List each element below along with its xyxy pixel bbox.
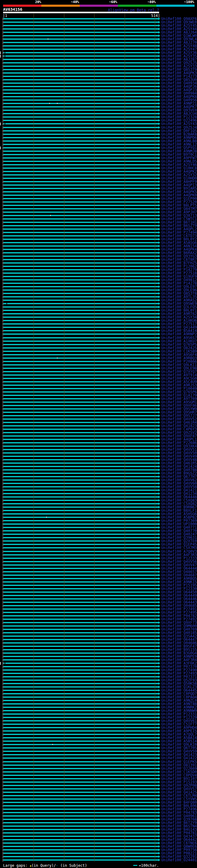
hit-bar[interactable] — [3, 395, 158, 396]
hit-bar[interactable] — [3, 249, 158, 250]
hit-bar[interactable] — [3, 215, 158, 216]
hit-bar[interactable] — [3, 123, 158, 124]
hit-bar[interactable] — [3, 649, 158, 650]
hit-bar[interactable] — [3, 293, 158, 294]
hit-bar[interactable] — [3, 116, 158, 118]
hit-bar[interactable] — [3, 188, 158, 189]
hit-bar[interactable] — [3, 25, 158, 26]
hit-bar[interactable] — [3, 575, 158, 576]
hit-bar[interactable] — [3, 276, 158, 277]
hit-bar[interactable] — [3, 289, 158, 291]
hit-bar[interactable] — [3, 513, 158, 515]
hit-bar[interactable] — [3, 120, 158, 121]
hit-bar[interactable] — [3, 103, 158, 104]
hit-bar[interactable] — [3, 826, 158, 827]
hit-bar[interactable] — [3, 856, 158, 857]
hit-bar[interactable] — [3, 544, 158, 545]
hit-bar[interactable] — [3, 212, 158, 213]
hit-bar[interactable] — [3, 269, 158, 270]
hit-bar[interactable] — [3, 832, 158, 834]
hit-bar[interactable] — [3, 707, 158, 708]
hit-bar[interactable] — [3, 598, 158, 599]
hit-bar[interactable] — [3, 405, 158, 406]
hit-bar[interactable] — [3, 445, 158, 447]
hit-bar[interactable] — [3, 737, 158, 738]
hit-bar[interactable] — [3, 527, 158, 528]
hit-bar[interactable] — [3, 255, 158, 257]
hit-bar[interactable] — [3, 771, 158, 773]
hit-bar[interactable] — [3, 130, 158, 131]
hit-bar[interactable] — [3, 625, 158, 627]
hit-bar[interactable] — [3, 137, 158, 138]
hit-bar[interactable] — [3, 493, 158, 494]
hit-bar[interactable] — [3, 351, 158, 352]
hit-bar[interactable] — [3, 398, 158, 399]
hit-bar[interactable] — [3, 55, 158, 57]
hit-bar[interactable] — [3, 327, 158, 328]
hit-bar[interactable] — [3, 496, 158, 498]
hit-bar[interactable] — [3, 191, 158, 192]
hit-bar[interactable] — [3, 442, 158, 443]
hit-bar[interactable] — [3, 713, 158, 715]
hit-bar[interactable] — [3, 69, 158, 70]
hit-bar[interactable] — [3, 154, 158, 155]
hit-bar[interactable] — [3, 347, 158, 348]
hit-bar[interactable] — [3, 198, 158, 199]
hit-bar[interactable] — [3, 452, 158, 454]
hit-bar[interactable] — [3, 49, 158, 50]
hit-bar[interactable] — [3, 673, 158, 674]
hit-bar[interactable] — [3, 520, 158, 521]
hit-bar[interactable] — [3, 449, 158, 450]
hit-bar[interactable] — [3, 846, 158, 847]
hit-bar[interactable] — [3, 222, 158, 223]
hit-bar[interactable] — [3, 361, 158, 362]
hit-bar[interactable] — [3, 564, 158, 566]
hit-bar[interactable] — [3, 571, 158, 572]
hit-bar[interactable] — [3, 62, 158, 63]
hit-bar[interactable] — [3, 164, 158, 165]
hit-bar[interactable] — [3, 602, 158, 603]
hit-bar[interactable] — [3, 852, 158, 854]
hit-bar[interactable] — [3, 629, 158, 630]
hit-bar[interactable] — [3, 76, 158, 77]
hit-bar[interactable] — [3, 639, 158, 640]
hit-bar[interactable] — [3, 429, 158, 430]
hit-bar[interactable] — [3, 829, 158, 830]
hit-bar[interactable] — [3, 42, 158, 43]
hit-bar[interactable] — [3, 171, 158, 172]
hit-bar[interactable] — [3, 761, 158, 763]
hit-bar[interactable] — [3, 354, 158, 355]
hit-bar[interactable] — [3, 161, 158, 162]
hit-bar[interactable] — [3, 551, 158, 552]
hit-bar[interactable] — [3, 35, 158, 36]
hit-bar[interactable] — [3, 242, 158, 243]
hit-bar[interactable] — [3, 506, 158, 508]
hit-bar[interactable] — [3, 72, 158, 73]
hit-bar[interactable] — [3, 710, 158, 711]
hit-bar[interactable] — [3, 381, 158, 382]
hit-bar[interactable] — [3, 703, 158, 705]
hit-bar[interactable] — [3, 106, 158, 107]
hit-bar[interactable] — [3, 680, 158, 681]
hit-bar[interactable] — [3, 775, 158, 776]
hit-bar[interactable] — [3, 286, 158, 287]
hit-bar[interactable] — [3, 720, 158, 721]
hit-bar[interactable] — [3, 636, 158, 637]
hit-bar[interactable] — [3, 798, 158, 800]
hit-bar[interactable] — [3, 232, 158, 233]
hit-bar[interactable] — [3, 412, 158, 413]
hit-bar[interactable] — [3, 802, 158, 803]
hit-bar[interactable] — [3, 228, 158, 230]
hit-bar[interactable] — [3, 757, 158, 759]
hit-bar[interactable] — [3, 646, 158, 647]
hit-bar[interactable] — [3, 418, 158, 420]
hit-bar[interactable] — [3, 476, 158, 477]
hit-bar[interactable] — [3, 795, 158, 796]
hit-bar[interactable] — [3, 99, 158, 101]
hit-bar[interactable] — [3, 195, 158, 196]
hit-bar[interactable] — [3, 371, 158, 372]
hit-bar[interactable] — [3, 534, 158, 535]
hit-bar[interactable] — [3, 815, 158, 816]
hit-bar[interactable] — [3, 283, 158, 284]
hit-bar[interactable] — [3, 666, 158, 667]
